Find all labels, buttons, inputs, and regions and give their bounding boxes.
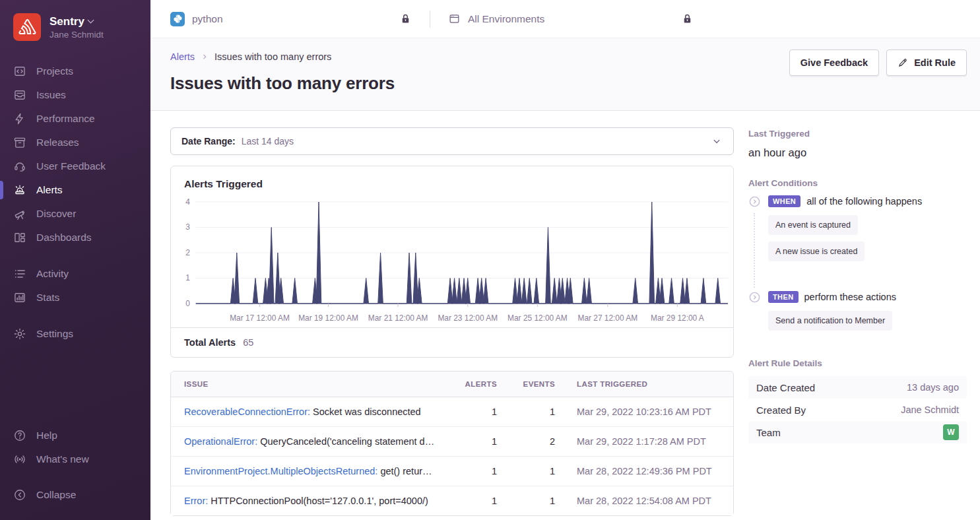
sidebar-item-label: Discover — [36, 208, 76, 220]
project-selector[interactable]: python — [170, 12, 223, 26]
active-indicator — [0, 228, 3, 247]
org-switcher[interactable]: Sentry Jane Schmidt — [0, 9, 150, 49]
table-row: Error: HTTPConnectionPool(host='127.0.0.… — [171, 486, 733, 515]
date-range-value: Last 14 days — [242, 136, 294, 146]
lock-icon — [681, 13, 694, 25]
alert-conditions-label: Alert Conditions — [748, 178, 967, 188]
alert-rule-details-label: Alert Rule Details — [748, 358, 967, 368]
breadcrumb: Alerts Issues with too many errors — [170, 51, 395, 62]
project-name: python — [192, 13, 223, 25]
issue-link[interactable]: RecoverableConnectionError: — [184, 406, 310, 417]
svg-text:Mar 21 12:00 AM: Mar 21 12:00 AM — [368, 313, 428, 323]
chevron-circle-icon — [748, 195, 761, 208]
sidebar-item-issues[interactable]: Issues — [0, 83, 150, 107]
window-icon — [448, 13, 461, 25]
pencil-icon — [898, 57, 908, 68]
condition-pill: An event is captured — [768, 215, 858, 235]
collapse-icon — [13, 488, 26, 502]
date-range-select[interactable]: Date Range: Last 14 days — [170, 127, 734, 155]
sidebar-item-label: Alerts — [36, 184, 63, 196]
sidebar-item-label: Issues — [36, 89, 66, 101]
issue-description: get() retur… — [377, 466, 432, 476]
issue-description: Socket was disconnected — [310, 406, 421, 417]
table-row: OperationalError: QueryCanceled('canceli… — [171, 426, 733, 456]
sidebar-item-label: Dashboards — [36, 232, 92, 244]
detail-row-team: TeamW — [748, 421, 967, 443]
sidebar-item-label: User Feedback — [36, 160, 106, 172]
user-feedback-icon — [13, 160, 26, 173]
sidebar-item-releases[interactable]: Releases — [0, 131, 150, 154]
sidebar-item-stats[interactable]: Stats — [0, 286, 150, 309]
releases-icon — [13, 136, 26, 149]
events-count: 2 — [497, 436, 555, 447]
give-feedback-button[interactable]: Give Feedback — [789, 49, 879, 76]
sidebar-item-activity[interactable]: Activity — [0, 262, 150, 286]
whats-new-icon — [13, 453, 26, 466]
team-avatar-badge[interactable]: W — [943, 424, 959, 440]
issue-description: QueryCanceled('canceling statement d… — [257, 436, 434, 447]
breadcrumb-alerts-link[interactable]: Alerts — [170, 51, 195, 62]
table-body: RecoverableConnectionError: Socket was d… — [171, 397, 733, 515]
nav-section: ProjectsIssuesPerformanceReleasesUser Fe… — [0, 59, 150, 249]
issue-link[interactable]: Error: — [184, 496, 208, 506]
sidebar-item-alerts[interactable]: Alerts — [0, 178, 150, 202]
sidebar-item-what-s-new[interactable]: What's new — [0, 447, 150, 471]
alerts-icon — [13, 183, 26, 197]
sidebar-item-collapse[interactable]: Collapse — [0, 483, 150, 507]
active-indicator — [0, 325, 3, 343]
sidebar-item-label: Performance — [36, 113, 95, 125]
sidebar-item-help[interactable]: Help — [0, 424, 150, 447]
sidebar-item-dashboards[interactable]: Dashboards — [0, 226, 150, 249]
when-condition-step: WHEN all of the following happens An eve… — [748, 195, 967, 261]
sidebar-item-label: Releases — [36, 137, 79, 148]
condition-pill: Send a notification to Member — [768, 311, 892, 331]
app-root: Sentry Jane Schmidt ProjectsIssuesPerfor… — [0, 0, 980, 520]
chevron-down-icon — [711, 135, 723, 147]
python-project-icon — [170, 12, 185, 26]
detail-key: Team — [756, 427, 781, 438]
chevron-circle-icon — [748, 291, 761, 304]
sidebar-item-user-feedback[interactable]: User Feedback — [0, 154, 150, 178]
sidebar-item-label: Projects — [36, 65, 73, 77]
sidebar-nav: ProjectsIssuesPerformanceReleasesUser Fe… — [0, 59, 150, 507]
detail-key: Date Created — [756, 382, 815, 393]
when-text: all of the following happens — [806, 196, 922, 207]
divider — [430, 11, 430, 28]
active-indicator — [0, 110, 3, 128]
settings-icon — [13, 327, 26, 341]
svg-text:Mar 25 12:00 AM: Mar 25 12:00 AM — [507, 313, 568, 323]
nav-section: Collapse — [0, 483, 150, 507]
chevron-right-icon — [200, 52, 209, 61]
detail-value: 13 days ago — [907, 382, 959, 393]
svg-text:Mar 23 12:00 AM: Mar 23 12:00 AM — [438, 313, 498, 323]
chevron-down-icon — [87, 17, 94, 24]
svg-text:Mar 17 12:00 AM: Mar 17 12:00 AM — [230, 313, 290, 323]
environment-selector[interactable]: All Environments — [448, 13, 544, 25]
stats-icon — [13, 291, 26, 304]
nav-section: Settings — [0, 322, 150, 346]
edit-rule-button[interactable]: Edit Rule — [886, 49, 967, 76]
alerts-count: 1 — [455, 406, 497, 417]
sidebar-item-label: Settings — [36, 328, 73, 340]
issue-link[interactable]: OperationalError: — [184, 436, 257, 447]
content: Date Range: Last 14 days Alerts Triggere… — [150, 111, 980, 520]
sidebar-item-settings[interactable]: Settings — [0, 322, 150, 346]
breadcrumb-current: Issues with too many errors — [214, 51, 331, 62]
page-header: Alerts Issues with too many errors Issue… — [150, 38, 980, 111]
when-items: An event is capturedA new issue is creat… — [768, 215, 967, 261]
active-indicator — [0, 265, 3, 283]
sidebar-item-discover[interactable]: Discover — [0, 202, 150, 226]
active-indicator — [0, 62, 3, 81]
events-count: 1 — [497, 496, 555, 506]
issues-table-panel: ISSUE ALERTS EVENTS LAST TRIGGERED Recov… — [170, 371, 734, 516]
detail-row-date-created: Date Created13 days ago — [748, 376, 967, 399]
user-name: Jane Schmidt — [49, 30, 104, 40]
svg-text:Mar 27 12:00 AM: Mar 27 12:00 AM — [578, 313, 638, 323]
detail-value: Jane Schmidt — [901, 405, 959, 415]
context-bar: python All Environments — [150, 0, 980, 38]
sidebar-item-projects[interactable]: Projects — [0, 59, 150, 83]
issue-link[interactable]: EnvironmentProject.MultipleObjectsReturn… — [184, 466, 377, 476]
org-name: Sentry — [49, 15, 84, 28]
detail-row-created-by: Created ByJane Schmidt — [748, 399, 967, 421]
sidebar-item-performance[interactable]: Performance — [0, 107, 150, 131]
